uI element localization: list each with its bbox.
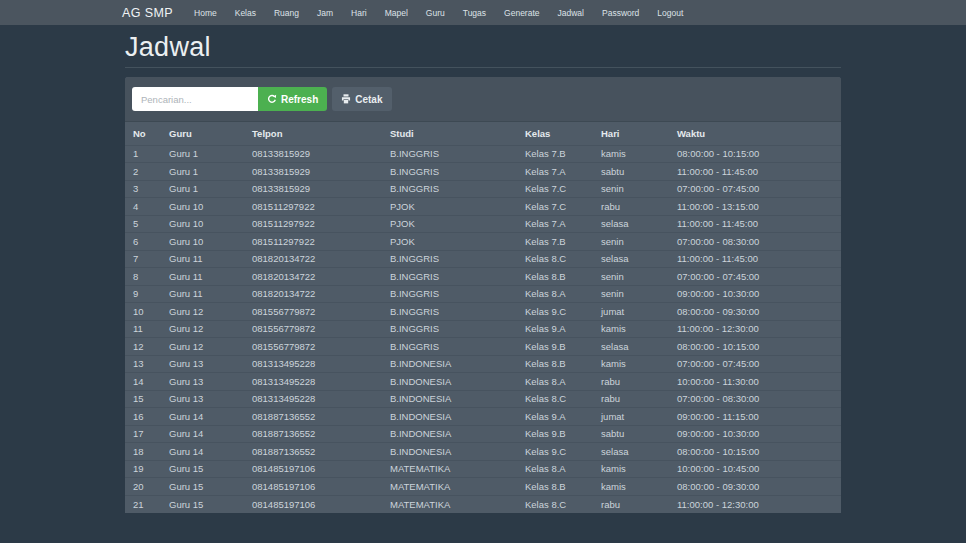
cell-waktu: 09:00:00 - 11:15:00 bbox=[669, 408, 841, 426]
table-row: 13Guru 13081313495228B.INDONESIAKelas 8.… bbox=[125, 355, 841, 373]
cell-telpon: 08133815929 bbox=[244, 180, 382, 198]
cell-no: 13 bbox=[125, 355, 161, 373]
cell-guru: Guru 14 bbox=[161, 425, 244, 443]
navbar-container: AG SMP HomeKelasRuangJamHariMapelGuruTug… bbox=[122, 0, 844, 25]
column-header-waktu: Waktu bbox=[669, 122, 841, 145]
cell-studi: B.INGGRIS bbox=[382, 320, 517, 338]
cell-studi: B.INDONESIA bbox=[382, 408, 517, 426]
cell-kelas: Kelas 7.B bbox=[517, 233, 593, 251]
cell-guru: Guru 14 bbox=[161, 443, 244, 461]
cell-waktu: 11:00:00 - 11:45:00 bbox=[669, 250, 841, 268]
cell-no: 7 bbox=[125, 250, 161, 268]
cell-kelas: Kelas 7.A bbox=[517, 215, 593, 233]
cell-hari: senin bbox=[593, 233, 669, 251]
nav-item-home[interactable]: Home bbox=[185, 0, 226, 25]
cell-kelas: Kelas 7.C bbox=[517, 198, 593, 216]
cell-studi: B.INDONESIA bbox=[382, 373, 517, 391]
nav-item-jam[interactable]: Jam bbox=[308, 0, 342, 25]
cell-kelas: Kelas 8.C bbox=[517, 390, 593, 408]
cell-guru: Guru 1 bbox=[161, 163, 244, 181]
cell-guru: Guru 14 bbox=[161, 408, 244, 426]
table-row: 17Guru 14081887136552B.INDONESIAKelas 9.… bbox=[125, 425, 841, 443]
cell-guru: Guru 10 bbox=[161, 233, 244, 251]
cell-hari: senin bbox=[593, 285, 669, 303]
cell-kelas: Kelas 8.C bbox=[517, 495, 593, 513]
cell-no: 12 bbox=[125, 338, 161, 356]
cell-telpon: 081887136552 bbox=[244, 443, 382, 461]
nav-item-mapel[interactable]: Mapel bbox=[376, 0, 417, 25]
table-header-row: NoGuruTelponStudiKelasHariWaktu bbox=[125, 122, 841, 145]
nav-item-tugas[interactable]: Tugas bbox=[454, 0, 495, 25]
cell-studi: MATEMATIKA bbox=[382, 460, 517, 478]
cell-kelas: Kelas 8.B bbox=[517, 478, 593, 496]
cell-telpon: 081820134722 bbox=[244, 285, 382, 303]
cell-guru: Guru 11 bbox=[161, 250, 244, 268]
cell-studi: B.INGGRIS bbox=[382, 145, 517, 163]
cell-kelas: Kelas 9.C bbox=[517, 303, 593, 321]
table-row: 20Guru 15081485197106MATEMATIKAKelas 8.B… bbox=[125, 478, 841, 496]
cell-studi: B.INDONESIA bbox=[382, 443, 517, 461]
nav-item-logout[interactable]: Logout bbox=[648, 0, 692, 25]
cell-guru: Guru 15 bbox=[161, 478, 244, 496]
cell-hari: sabtu bbox=[593, 425, 669, 443]
cell-guru: Guru 12 bbox=[161, 303, 244, 321]
nav-item-hari[interactable]: Hari bbox=[342, 0, 376, 25]
search-input[interactable] bbox=[132, 87, 258, 111]
nav-item-password[interactable]: Password bbox=[593, 0, 648, 25]
nav-item-ruang[interactable]: Ruang bbox=[265, 0, 308, 25]
refresh-button[interactable]: Refresh bbox=[258, 87, 327, 111]
cell-kelas: Kelas 8.A bbox=[517, 460, 593, 478]
cell-hari: selasa bbox=[593, 250, 669, 268]
cell-guru: Guru 12 bbox=[161, 320, 244, 338]
cell-studi: B.INGGRIS bbox=[382, 250, 517, 268]
table-row: 6Guru 10081511297922PJOKKelas 7.Bsenin07… bbox=[125, 233, 841, 251]
nav-item-kelas[interactable]: Kelas bbox=[226, 0, 265, 25]
cell-guru: Guru 11 bbox=[161, 285, 244, 303]
column-header-studi: Studi bbox=[382, 122, 517, 145]
cell-guru: Guru 13 bbox=[161, 355, 244, 373]
cell-telpon: 081485197106 bbox=[244, 478, 382, 496]
cell-studi: B.INGGRIS bbox=[382, 303, 517, 321]
cell-waktu: 10:00:00 - 10:45:00 bbox=[669, 460, 841, 478]
nav-item-jadwal[interactable]: Jadwal bbox=[549, 0, 593, 25]
table-row: 16Guru 14081887136552B.INDONESIAKelas 9.… bbox=[125, 408, 841, 426]
print-button[interactable]: Cetak bbox=[332, 87, 391, 111]
refresh-icon bbox=[267, 94, 277, 104]
cell-telpon: 081556779872 bbox=[244, 320, 382, 338]
cell-kelas: Kelas 8.B bbox=[517, 355, 593, 373]
cell-telpon: 081313495228 bbox=[244, 390, 382, 408]
nav-item-generate[interactable]: Generate bbox=[495, 0, 548, 25]
table-row: 8Guru 11081820134722B.INGGRISKelas 8.Bse… bbox=[125, 268, 841, 286]
table-row: 19Guru 15081485197106MATEMATIKAKelas 8.A… bbox=[125, 460, 841, 478]
printer-icon bbox=[341, 94, 351, 104]
cell-no: 9 bbox=[125, 285, 161, 303]
table-row: 18Guru 14081887136552B.INDONESIAKelas 9.… bbox=[125, 443, 841, 461]
cell-guru: Guru 10 bbox=[161, 215, 244, 233]
cell-no: 5 bbox=[125, 215, 161, 233]
table-row: 10Guru 12081556779872B.INGGRISKelas 9.Cj… bbox=[125, 303, 841, 321]
table-header: NoGuruTelponStudiKelasHariWaktu bbox=[125, 122, 841, 145]
cell-no: 4 bbox=[125, 198, 161, 216]
cell-waktu: 11:00:00 - 13:15:00 bbox=[669, 198, 841, 216]
cell-no: 2 bbox=[125, 163, 161, 181]
cell-telpon: 081511297922 bbox=[244, 215, 382, 233]
cell-studi: PJOK bbox=[382, 198, 517, 216]
nav-item-guru[interactable]: Guru bbox=[417, 0, 454, 25]
cell-guru: Guru 1 bbox=[161, 180, 244, 198]
page-title: Jadwal bbox=[125, 34, 841, 61]
cell-no: 15 bbox=[125, 390, 161, 408]
cell-no: 18 bbox=[125, 443, 161, 461]
cell-telpon: 08133815929 bbox=[244, 163, 382, 181]
cell-guru: Guru 13 bbox=[161, 373, 244, 391]
table-body: 1Guru 108133815929B.INGGRISKelas 7.Bkami… bbox=[125, 145, 841, 513]
cell-guru: Guru 15 bbox=[161, 495, 244, 513]
cell-telpon: 081313495228 bbox=[244, 373, 382, 391]
cell-waktu: 08:00:00 - 10:15:00 bbox=[669, 338, 841, 356]
cell-waktu: 11:00:00 - 12:30:00 bbox=[669, 495, 841, 513]
cell-studi: B.INDONESIA bbox=[382, 355, 517, 373]
cell-no: 10 bbox=[125, 303, 161, 321]
cell-waktu: 11:00:00 - 11:45:00 bbox=[669, 163, 841, 181]
brand-logo[interactable]: AG SMP bbox=[122, 6, 173, 20]
cell-waktu: 07:00:00 - 07:45:00 bbox=[669, 268, 841, 286]
navbar: AG SMP HomeKelasRuangJamHariMapelGuruTug… bbox=[0, 0, 966, 25]
